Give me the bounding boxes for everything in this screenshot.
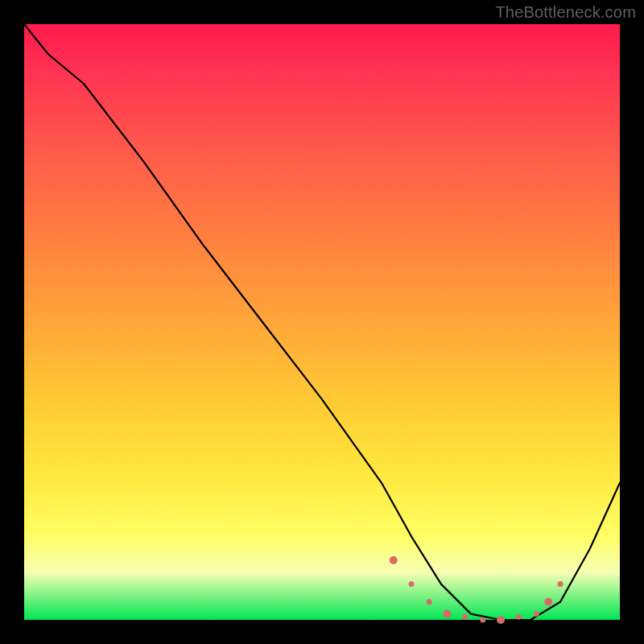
highlight-dots bbox=[390, 556, 564, 624]
marker-dot bbox=[544, 598, 552, 606]
plot-area bbox=[24, 24, 620, 620]
marker-dot bbox=[409, 581, 415, 587]
marker-dot bbox=[462, 614, 468, 620]
marker-dot bbox=[390, 556, 398, 564]
marker-dot bbox=[427, 599, 432, 605]
marker-dot bbox=[443, 610, 451, 618]
marker-dot bbox=[534, 611, 539, 617]
chart-frame: TheBottleneck.com bbox=[0, 0, 644, 644]
bottleneck-curve bbox=[24, 24, 620, 620]
marker-dot bbox=[497, 616, 505, 624]
watermark-text: TheBottleneck.com bbox=[495, 3, 636, 22]
curve-layer bbox=[24, 24, 620, 620]
marker-dot bbox=[480, 617, 485, 623]
marker-dot bbox=[516, 614, 522, 620]
marker-dot bbox=[558, 581, 564, 587]
